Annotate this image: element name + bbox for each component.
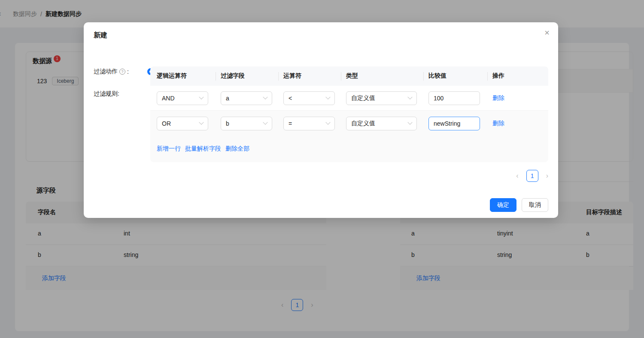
delete-rule-link[interactable]: 删除 bbox=[492, 120, 504, 127]
col-header-action: 操作 bbox=[492, 72, 504, 80]
batch-parse-fields-link[interactable]: 批量解析字段 bbox=[185, 145, 221, 153]
col-header-type: 类型 bbox=[346, 72, 358, 80]
modal-footer-buttons: 确定 取消 bbox=[490, 198, 548, 212]
filter-rules-table-header: 逻辑运算符 过滤字段 运算符 类型 比较值 操作 bbox=[150, 66, 548, 86]
help-question-icon[interactable]: ? bbox=[119, 69, 125, 75]
select-value: AND bbox=[162, 95, 196, 102]
page-number[interactable]: 1 bbox=[526, 170, 538, 182]
filter-rule-row: OR b = 自定义值 删除 bbox=[150, 111, 548, 136]
select-value: b bbox=[226, 120, 260, 127]
filter-field-select[interactable]: a bbox=[221, 91, 272, 105]
next-page-icon[interactable]: › bbox=[546, 172, 548, 180]
cancel-button[interactable]: 取消 bbox=[522, 198, 548, 212]
add-row-link[interactable]: 新增一行 bbox=[157, 145, 181, 153]
prev-page-icon[interactable]: ‹ bbox=[516, 172, 518, 180]
filter-rules-label: 过滤规则: bbox=[94, 90, 119, 98]
confirm-button[interactable]: 确定 bbox=[490, 198, 516, 212]
operator-select[interactable]: = bbox=[283, 117, 335, 130]
chevron-down-icon bbox=[407, 95, 412, 100]
chevron-down-icon bbox=[263, 95, 267, 100]
delete-rule-link[interactable]: 删除 bbox=[492, 94, 504, 102]
operator-select[interactable]: < bbox=[283, 91, 335, 105]
value-type-select[interactable]: 自定义值 bbox=[346, 117, 417, 130]
filter-field-select[interactable]: b bbox=[221, 117, 272, 130]
filter-rules-pagination: ‹ 1 › bbox=[516, 170, 548, 182]
col-header-logic: 逻辑运算符 bbox=[157, 72, 187, 80]
chevron-down-icon bbox=[407, 120, 412, 125]
filter-rules-table-footer: 新增一行 批量解析字段 删除全部 bbox=[150, 136, 548, 162]
close-icon[interactable]: × bbox=[544, 28, 550, 37]
app-root: « 数据同步 / 新建数据同步 数据源 1 123 Iceberg 源字段 bbox=[0, 0, 644, 338]
col-header-field: 过滤字段 bbox=[221, 72, 245, 80]
chevron-down-icon bbox=[325, 95, 330, 100]
select-value: 自定义值 bbox=[351, 120, 405, 127]
header-separator bbox=[278, 72, 279, 81]
logic-operator-select[interactable]: AND bbox=[157, 91, 208, 105]
filter-rules-label-text: 过滤规则: bbox=[94, 90, 119, 98]
select-value: < bbox=[289, 95, 323, 102]
value-type-select[interactable]: 自定义值 bbox=[346, 91, 417, 105]
logic-operator-select[interactable]: OR bbox=[157, 117, 208, 130]
new-filter-modal: 新建 × 过滤动作 ? : 保留匹配数据 去除匹配数据 过滤规则: 逻辑运算符 bbox=[84, 22, 558, 218]
chevron-down-icon bbox=[263, 120, 267, 125]
select-value: = bbox=[289, 120, 323, 127]
select-value: OR bbox=[162, 120, 196, 127]
header-separator bbox=[487, 72, 488, 81]
delete-all-link[interactable]: 删除全部 bbox=[225, 145, 249, 153]
header-separator bbox=[341, 72, 341, 81]
label-colon: : bbox=[127, 68, 129, 75]
compare-value-input[interactable] bbox=[428, 91, 480, 105]
filter-action-label-text: 过滤动作 bbox=[94, 68, 118, 75]
select-value: a bbox=[226, 95, 260, 102]
modal-title: 新建 bbox=[94, 31, 107, 40]
chevron-down-icon bbox=[325, 120, 330, 125]
chevron-down-icon bbox=[199, 120, 204, 125]
chevron-down-icon bbox=[199, 95, 204, 100]
filter-rule-row: AND a < 自定义值 删除 bbox=[150, 86, 548, 111]
filter-action-label: 过滤动作 ? : bbox=[94, 68, 129, 75]
select-value: 自定义值 bbox=[351, 94, 405, 102]
col-header-value: 比较值 bbox=[428, 72, 447, 80]
col-header-operator: 运算符 bbox=[283, 72, 301, 80]
header-separator bbox=[423, 72, 424, 81]
header-separator bbox=[216, 72, 216, 81]
compare-value-input[interactable] bbox=[428, 117, 480, 130]
